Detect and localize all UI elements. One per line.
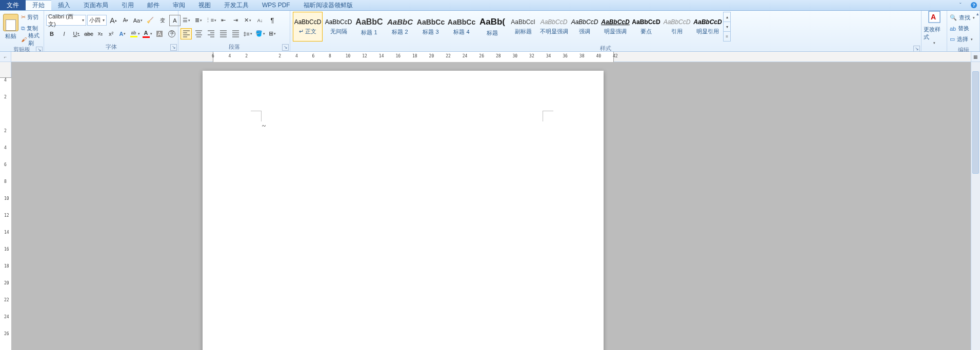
bullets-button[interactable]: ☰▾	[181, 15, 192, 26]
format-painter-button[interactable]: 🖌格式刷	[21, 34, 42, 45]
ruler-tick: 42	[613, 54, 618, 58]
horizontal-ruler[interactable]: 6422468101214161820222426283032343638404…	[11, 52, 971, 61]
vruler-tick: 24	[4, 315, 9, 319]
align-left-button[interactable]	[181, 28, 192, 39]
change-case-button[interactable]: Aa▾	[132, 15, 144, 26]
font-size-combo[interactable]: 小四▾	[87, 15, 107, 26]
shading-button[interactable]: 🪣▾	[254, 28, 266, 39]
tab-mailings[interactable]: 邮件	[141, 0, 166, 10]
borders-button[interactable]: ⊞▾	[267, 28, 278, 39]
grow-font-button[interactable]: A▴	[108, 15, 119, 26]
style-title[interactable]: AaBb(标题	[477, 12, 507, 42]
style-no-spacing[interactable]: AaBbCcD无间隔	[324, 12, 353, 42]
align-right-button[interactable]	[205, 28, 216, 39]
show-marks-button[interactable]: ¶	[267, 15, 278, 26]
sort-button[interactable]: A↓	[254, 15, 266, 26]
document-body-text[interactable]	[262, 122, 266, 130]
find-button[interactable]: 🔍查找▾	[950, 13, 975, 23]
increase-indent-button[interactable]: ⇥	[230, 15, 241, 26]
numbering-button[interactable]: ≣▾	[193, 15, 204, 26]
ruler-tick: 8	[329, 54, 331, 58]
paste-button[interactable]: 粘贴	[2, 12, 19, 44]
vruler-tick: 12	[4, 213, 9, 218]
gallery-more[interactable]: ≡	[724, 32, 730, 41]
vruler-tick: 8	[4, 179, 7, 184]
style-quote[interactable]: AaBbCcD引用	[662, 12, 692, 42]
ruler-tick: 2	[278, 54, 281, 58]
center-button[interactable]	[193, 28, 204, 39]
replace-button[interactable]: ab替换	[950, 24, 975, 33]
ruler-tick: 22	[446, 54, 451, 58]
vertical-ruler[interactable]: 422468101214161820222426	[0, 62, 11, 350]
style-heading-1[interactable]: AaBbC标题 1	[354, 12, 384, 42]
group-styles-label: 样式	[600, 45, 611, 51]
font-launcher[interactable]: ↘	[170, 44, 177, 51]
change-styles-button[interactable]: A 更改样式 ▾	[924, 12, 945, 44]
multilevel-list-button[interactable]: ⋮≡▾	[205, 15, 216, 26]
style-strong[interactable]: AaBbCcD要点	[631, 12, 661, 42]
select-button[interactable]: ▭选择▾	[950, 34, 975, 44]
tab-foxit[interactable]: 福昕阅读器领鲜版	[297, 0, 359, 10]
tab-home[interactable]: 开始	[26, 0, 51, 10]
text-effects-button[interactable]: A▾	[117, 28, 128, 39]
style-subtle-emphasis[interactable]: AaBbCcD不明显强调	[539, 12, 569, 42]
style-normal[interactable]: AaBbCcD↵ 正文	[293, 12, 323, 42]
cut-button[interactable]: ✂剪切	[21, 12, 42, 22]
style-subtitle[interactable]: AaBbCcI副标题	[508, 12, 538, 42]
tab-devtools[interactable]: 开发工具	[217, 0, 255, 10]
distribute-button[interactable]	[230, 28, 241, 39]
tab-review[interactable]: 审阅	[166, 0, 192, 10]
vertical-scrollbar[interactable]	[971, 62, 980, 350]
subscript-button[interactable]: x₂	[95, 28, 105, 39]
style-intense-emphasis[interactable]: AaBbCcD明显强调	[601, 12, 630, 42]
tab-layout[interactable]: 页面布局	[77, 0, 115, 10]
strikethrough-button[interactable]: abc	[83, 28, 94, 39]
vruler-tick: 20	[4, 281, 9, 285]
style-intense-quote[interactable]: AaBbCcD明显引用	[693, 12, 723, 42]
underline-button[interactable]: U▾	[71, 28, 82, 39]
style-emphasis[interactable]: AaBbCcD强调	[570, 12, 599, 42]
superscript-button[interactable]: x²	[106, 28, 116, 39]
scissors-icon: ✂	[21, 14, 26, 20]
tab-file[interactable]: 文件	[0, 0, 26, 10]
style-heading-2[interactable]: AaBbC标题 2	[385, 12, 415, 42]
vruler-tick: 18	[4, 264, 9, 269]
gallery-up[interactable]: ▴	[724, 12, 730, 22]
tab-insert[interactable]: 插入	[51, 0, 77, 10]
page	[203, 71, 604, 350]
highlight-button[interactable]: ab▾	[129, 28, 141, 39]
font-name-combo[interactable]: Calibri (西文)▾	[46, 15, 86, 26]
asian-layout-button[interactable]: ✕▾	[242, 15, 253, 26]
phonetic-guide-button[interactable]: 变	[157, 15, 168, 26]
font-color-button[interactable]: A▾	[142, 28, 153, 39]
decrease-indent-button[interactable]: ⇤	[217, 15, 229, 26]
bold-button[interactable]: B	[46, 28, 57, 39]
tab-wps-pdf[interactable]: WPS PDF	[255, 0, 297, 10]
circled-char-button[interactable]: 字	[166, 28, 177, 39]
outdent-icon: ⇤	[221, 17, 226, 24]
ruler-tick: 16	[395, 54, 401, 58]
minimize-ribbon-icon[interactable]: ˇ	[959, 2, 966, 8]
gallery-down[interactable]: ▾	[724, 22, 730, 32]
paragraph-launcher[interactable]: ↘	[282, 44, 289, 51]
tab-view[interactable]: 视图	[192, 0, 217, 10]
justify-button[interactable]	[217, 28, 229, 39]
scrollbar-thumb[interactable]	[972, 71, 979, 174]
italic-button[interactable]: I	[58, 28, 70, 39]
ruler-tick: 12	[362, 54, 367, 58]
line-spacing-button[interactable]: ‡≡▾	[242, 28, 253, 39]
ruler-tick: 34	[546, 54, 551, 58]
char-shading-button[interactable]: A	[154, 28, 165, 39]
document-canvas[interactable]	[11, 62, 971, 350]
vruler-tick: 26	[4, 332, 9, 336]
style-heading-3[interactable]: AaBbCc标题 3	[416, 12, 446, 42]
font-name-value: Calibri (西文)	[48, 13, 80, 28]
document-area: 422468101214161820222426	[0, 62, 971, 350]
help-icon[interactable]: ?	[971, 2, 977, 8]
tab-references[interactable]: 引用	[115, 0, 141, 10]
gallery-scroll: ▴ ▾ ≡	[723, 12, 731, 42]
clear-formatting-button[interactable]: 🧹	[145, 15, 156, 26]
shrink-font-button[interactable]: A▾	[120, 15, 131, 26]
styles-gallery: AaBbCcD↵ 正文 AaBbCcD无间隔 AaBbC标题 1 AaBbC标题…	[292, 12, 731, 44]
style-heading-4[interactable]: AaBbCc标题 4	[447, 12, 476, 42]
